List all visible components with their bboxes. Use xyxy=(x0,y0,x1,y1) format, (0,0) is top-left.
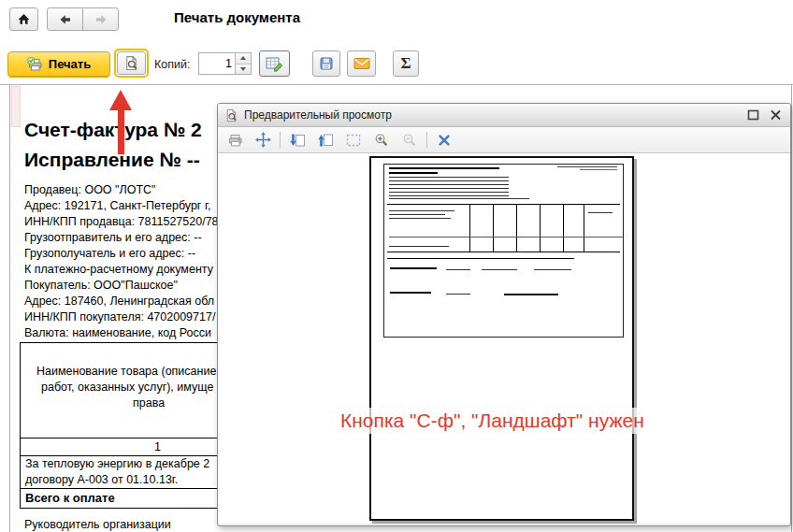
back-button[interactable] xyxy=(47,7,83,31)
sum-button[interactable]: Σ xyxy=(393,50,419,77)
print-button-label: Печать xyxy=(49,57,91,71)
table-header-line: Наименование товара (описание в xyxy=(36,365,226,378)
home-button[interactable] xyxy=(9,7,38,31)
table-row-desc: договору А-003 от 01.10.13г. xyxy=(25,473,178,486)
preview-toolbar xyxy=(218,127,790,153)
table-header-line: работ, оказанных услуг), имуще xyxy=(41,381,213,394)
info-line: Адрес: 192171, Санкт-Петербург г, xyxy=(24,198,219,214)
forward-arrow-icon xyxy=(94,13,108,26)
preview-window-title: Предварительный просмотр xyxy=(244,108,739,122)
red-arrow-shaft xyxy=(118,109,124,154)
preview-icon xyxy=(123,55,139,71)
invoice-title: Счет-фактура № 2 xyxy=(24,119,202,141)
page-title: Печать документа xyxy=(174,9,300,25)
zoom-in-icon xyxy=(374,133,389,148)
info-line: Валюта: наименование, код Росси xyxy=(24,325,219,341)
page-up-button[interactable] xyxy=(316,131,335,150)
printer-icon xyxy=(227,133,243,148)
page-up-icon xyxy=(318,133,334,148)
blue-close-icon xyxy=(438,134,451,147)
move-icon xyxy=(255,132,271,148)
printer-icon xyxy=(27,57,43,72)
table-header-line: права xyxy=(133,396,165,410)
table-row-desc: За тепловую энергию в декабре 2 xyxy=(25,457,209,470)
email-icon xyxy=(353,57,370,70)
zoom-out-button[interactable] xyxy=(400,131,419,150)
preview-window: Предварительный просмотр xyxy=(217,103,791,526)
zoom-out-icon xyxy=(402,133,417,148)
print-button[interactable]: Печать xyxy=(7,51,110,77)
down-arrow-icon xyxy=(240,67,246,71)
preview-window-icon xyxy=(224,108,238,122)
annotation-text: Кнопка "С-ф", "Ландшафт" нужен xyxy=(336,408,649,434)
cell-cursor xyxy=(11,86,21,127)
copies-input[interactable] xyxy=(199,53,235,74)
table-total-row: Всего к оплате xyxy=(25,491,115,505)
forward-button[interactable] xyxy=(82,7,119,31)
copies-increment-button[interactable] xyxy=(236,53,251,64)
info-line: К платежно-расчетному документу xyxy=(24,262,219,278)
up-arrow-icon xyxy=(240,56,246,60)
copies-decrement-button[interactable] xyxy=(236,64,251,75)
close-preview-button[interactable] xyxy=(435,131,454,150)
table-col-number: 1 xyxy=(154,440,161,453)
invoice-info-lines: Продавец: ООО "ЛОТС" Адрес: 192171, Санк… xyxy=(24,182,219,341)
save-icon xyxy=(319,56,334,71)
maximize-button[interactable] xyxy=(744,107,761,123)
info-line: Покупатель: ООО"Пашское" xyxy=(24,278,219,294)
dashed-rect-icon xyxy=(346,134,361,147)
copies-spinner xyxy=(198,52,252,75)
info-line: Продавец: ООО "ЛОТС" xyxy=(24,182,219,198)
page-thumbnail xyxy=(369,156,634,521)
home-icon xyxy=(17,12,31,26)
sigma-icon: Σ xyxy=(400,54,411,73)
invoice-correction-title: Исправление № -- xyxy=(24,149,200,171)
copies-per-page-button[interactable] xyxy=(259,50,290,77)
info-line: Адрес: 187460, Ленинградская обл xyxy=(24,294,219,309)
fit-page-button[interactable] xyxy=(344,131,363,150)
back-arrow-icon xyxy=(58,13,73,26)
preview-content[interactable]: Кнопка "С-ф", "Ландшафт" нужен xyxy=(218,153,790,524)
maximize-icon xyxy=(747,109,759,121)
red-arrow-icon xyxy=(109,90,132,110)
email-button[interactable] xyxy=(347,50,376,77)
preview-titlebar[interactable]: Предварительный просмотр xyxy=(218,104,790,127)
info-line: Грузоотправитель и его адрес: -- xyxy=(24,230,219,246)
table-edit-icon xyxy=(266,56,283,72)
save-button[interactable] xyxy=(312,50,340,77)
page-down-icon xyxy=(290,133,306,148)
info-line: ИНН/КПП продавца: 7811527520/78 xyxy=(24,214,219,230)
close-window-button[interactable] xyxy=(767,107,784,123)
copies-label: Копий: xyxy=(154,58,190,71)
info-line: ИНН/КПП покупателя: 4702009717/ xyxy=(24,309,219,325)
page-down-button[interactable] xyxy=(288,131,307,150)
pan-button[interactable] xyxy=(253,131,272,150)
page-thumbnail-content xyxy=(383,164,624,338)
info-line: Грузополучатель и его адрес: -- xyxy=(24,246,219,262)
close-icon xyxy=(770,109,782,121)
signature-label: Руководитель организации xyxy=(24,518,171,531)
zoom-in-button[interactable] xyxy=(372,131,391,150)
preview-print-button[interactable] xyxy=(225,131,244,150)
preview-button[interactable] xyxy=(114,49,149,78)
